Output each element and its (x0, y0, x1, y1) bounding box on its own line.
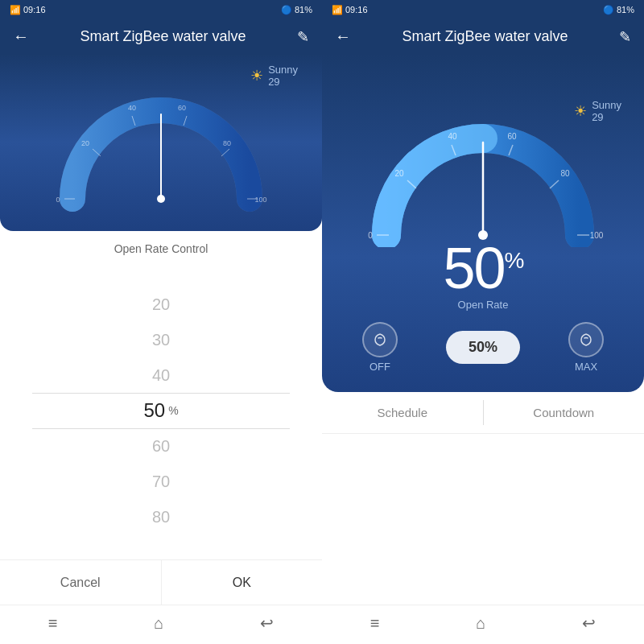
gauge-section-left: ☀ Sunny 29 (0, 54, 322, 231)
tab-countdown[interactable]: Countdown (484, 392, 645, 433)
svg-text:100: 100 (254, 196, 266, 204)
svg-text:80: 80 (223, 139, 231, 147)
gauge-right: 0 20 40 60 80 100 (362, 110, 604, 247)
edit-button-left[interactable]: ✎ (297, 28, 309, 46)
controls-row: OFF 50% MAX (322, 311, 644, 381)
battery-right: 81% (617, 5, 634, 14)
bluetooth-icon-right: 🔵 (603, 5, 614, 15)
svg-text:60: 60 (507, 132, 517, 141)
status-left-info: 📶 09:16 (10, 5, 46, 15)
max-button[interactable]: MAX (568, 322, 604, 373)
picker-item-80: 80 (80, 499, 242, 535)
svg-text:20: 20 (81, 139, 89, 147)
signal-icon-right: 📶 (332, 5, 343, 15)
center-value-pill[interactable]: 50% (446, 331, 520, 364)
tabs-row: Schedule Countdown (322, 392, 644, 434)
picker-list: 20 30 40 50 % 60 70 80 (80, 287, 242, 535)
off-label: OFF (369, 361, 390, 373)
back-button-right[interactable]: ← (335, 27, 351, 46)
gauge-left: 0 20 40 60 80 100 (48, 86, 274, 215)
off-button[interactable]: OFF (362, 322, 398, 373)
bottom-buttons: Cancel OK (0, 559, 322, 605)
edit-button-right[interactable]: ✎ (619, 28, 631, 46)
ok-button[interactable]: OK (162, 560, 323, 605)
top-bar-left: ← Smart ZigBee water valve ✎ (0, 19, 322, 54)
back-button-left[interactable]: ← (13, 27, 29, 46)
nav-bar-right: ≡ ⌂ ↩ (322, 605, 644, 644)
gauge-svg-right: 0 20 40 60 80 100 (362, 110, 604, 247)
picker-container[interactable]: 20 30 40 50 % 60 70 80 (0, 262, 322, 559)
svg-point-27 (478, 230, 488, 240)
picker-item-40: 40 (80, 357, 242, 393)
home-icon-left[interactable]: ⌂ (154, 614, 163, 633)
open-rate-label-right: Open Rate (444, 299, 523, 311)
nav-bar-left: ≡ ⌂ ↩ (0, 605, 322, 644)
right-panel: 📶 09:16 🔵 81% ← Smart ZigBee water valve… (322, 0, 644, 644)
picker-item-50: 50 % (80, 393, 242, 428)
menu-icon-left[interactable]: ≡ (48, 614, 58, 633)
back-nav-icon-left[interactable]: ↩ (260, 613, 274, 633)
status-bar-left: 📶 09:16 🔵 81% (0, 0, 322, 19)
svg-text:0: 0 (368, 231, 373, 240)
svg-text:40: 40 (448, 132, 457, 141)
max-label: MAX (575, 361, 597, 373)
status-bar-right: 📶 09:16 🔵 81% (322, 0, 644, 19)
signal-icon: 📶 (10, 5, 21, 15)
page-title-left: Smart ZigBee water valve (80, 28, 246, 45)
picker-item-70: 70 (80, 464, 242, 499)
weather-condition-right: Sunny (592, 99, 621, 111)
page-title-right: Smart ZigBee water valve (402, 28, 568, 45)
status-right-info: 🔵 81% (281, 5, 312, 15)
time-left: 09:16 (23, 5, 46, 14)
bluetooth-icon: 🔵 (281, 5, 292, 15)
top-bar-right: ← Smart ZigBee water valve ✎ (322, 19, 644, 54)
time-right: 09:16 (345, 5, 368, 14)
status-right-left-info: 📶 09:16 (332, 5, 368, 15)
gauge-section-right: ☀ Sunny 29 (322, 54, 644, 392)
tab-schedule[interactable]: Schedule (322, 392, 483, 433)
picker-percent: % (168, 404, 178, 417)
picker-item-30: 30 (80, 322, 242, 357)
svg-point-13 (157, 195, 165, 203)
off-icon-circle (362, 322, 398, 357)
weather-condition-left: Sunny (268, 64, 298, 76)
battery-left: 81% (295, 5, 312, 14)
open-rate-control-label: Open Rate Control (0, 231, 322, 262)
svg-text:20: 20 (394, 169, 404, 178)
menu-icon-right[interactable]: ≡ (370, 614, 380, 633)
big-percent: % (505, 248, 523, 273)
left-panel: 📶 09:16 🔵 81% ← Smart ZigBee water valve… (0, 0, 322, 644)
open-rate-display: 50% Open Rate (444, 239, 523, 311)
svg-text:0: 0 (56, 196, 60, 204)
svg-text:100: 100 (590, 231, 604, 240)
cancel-button[interactable]: Cancel (0, 560, 162, 605)
svg-text:80: 80 (560, 169, 570, 178)
max-icon-circle (568, 322, 604, 357)
picker-item-60: 60 (80, 428, 242, 464)
gauge-svg-left: 0 20 40 60 80 100 (48, 86, 274, 215)
dial-icon-max (578, 332, 594, 348)
svg-text:60: 60 (178, 104, 186, 112)
weather-left: ☀ Sunny 29 (250, 64, 298, 88)
svg-text:40: 40 (128, 104, 136, 112)
status-right-right-info: 🔵 81% (603, 5, 634, 15)
right-content: Schedule Countdown (322, 392, 644, 605)
back-nav-icon-right[interactable]: ↩ (582, 613, 596, 633)
picker-item-20: 20 (80, 287, 242, 322)
home-icon-right[interactable]: ⌂ (476, 614, 485, 633)
dial-icon-off (372, 332, 388, 348)
sun-icon-left: ☀ (250, 67, 263, 85)
